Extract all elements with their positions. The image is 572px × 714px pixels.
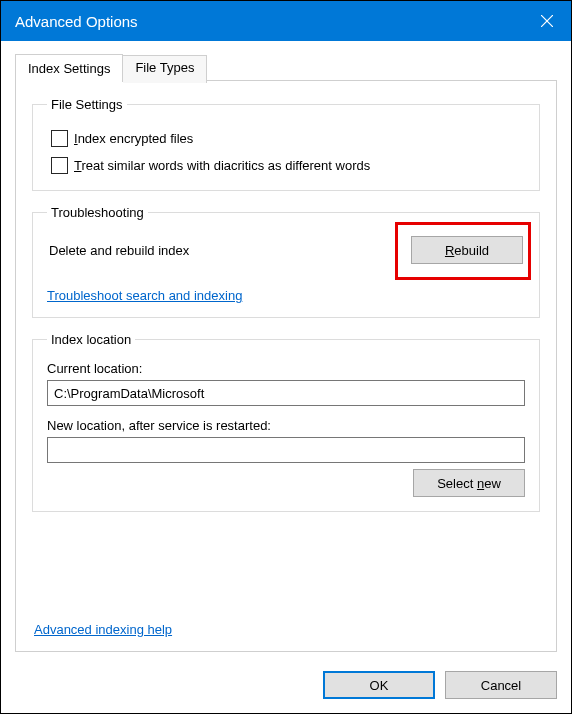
- input-current-location[interactable]: [47, 380, 525, 406]
- select-new-button[interactable]: Select new: [413, 469, 525, 497]
- row-rebuild: Delete and rebuild index Rebuild: [47, 234, 525, 266]
- cancel-button[interactable]: Cancel: [445, 671, 557, 699]
- label-new-location: New location, after service is restarted…: [47, 418, 525, 433]
- label-index-encrypted[interactable]: Index encrypted files: [74, 131, 193, 146]
- dialog-footer: OK Cancel: [1, 663, 571, 713]
- dialog-content: Index Settings File Types File Settings …: [1, 41, 571, 663]
- label-current-location: Current location:: [47, 361, 525, 376]
- row-troubleshoot-link: Troubleshoot search and indexing: [47, 288, 525, 303]
- tab-panel-index-settings: File Settings Index encrypted files Trea…: [15, 80, 557, 652]
- checkbox-index-encrypted[interactable]: [51, 130, 68, 147]
- ok-button[interactable]: OK: [323, 671, 435, 699]
- row-select-new: Select new: [47, 469, 525, 497]
- close-button[interactable]: [523, 1, 571, 41]
- group-file-settings: File Settings Index encrypted files Trea…: [32, 97, 540, 191]
- group-file-settings-legend: File Settings: [47, 97, 127, 112]
- group-troubleshooting-legend: Troubleshooting: [47, 205, 148, 220]
- group-index-location: Index location Current location: New loc…: [32, 332, 540, 512]
- row-diacritics: Treat similar words with diacritics as d…: [51, 157, 525, 174]
- input-new-location[interactable]: [47, 437, 525, 463]
- group-troubleshooting: Troubleshooting Delete and rebuild index…: [32, 205, 540, 318]
- close-icon: [541, 15, 553, 27]
- advanced-indexing-help-link[interactable]: Advanced indexing help: [34, 622, 172, 637]
- row-help-link: Advanced indexing help: [32, 616, 540, 639]
- advanced-options-dialog: Advanced Options Index Settings File Typ…: [0, 0, 572, 714]
- row-index-encrypted: Index encrypted files: [51, 130, 525, 147]
- tab-index-settings[interactable]: Index Settings: [15, 54, 123, 82]
- tab-file-types[interactable]: File Types: [123, 55, 207, 83]
- window-title: Advanced Options: [15, 13, 138, 30]
- rebuild-button[interactable]: Rebuild: [411, 236, 523, 264]
- block-new-location: New location, after service is restarted…: [47, 418, 525, 463]
- titlebar: Advanced Options: [1, 1, 571, 41]
- group-index-location-legend: Index location: [47, 332, 135, 347]
- checkbox-diacritics[interactable]: [51, 157, 68, 174]
- block-current-location: Current location:: [47, 361, 525, 406]
- troubleshoot-link[interactable]: Troubleshoot search and indexing: [47, 288, 242, 303]
- label-delete-rebuild: Delete and rebuild index: [49, 243, 189, 258]
- spacer: [32, 526, 540, 602]
- label-diacritics[interactable]: Treat similar words with diacritics as d…: [74, 158, 370, 173]
- tab-strip: Index Settings File Types: [15, 53, 557, 81]
